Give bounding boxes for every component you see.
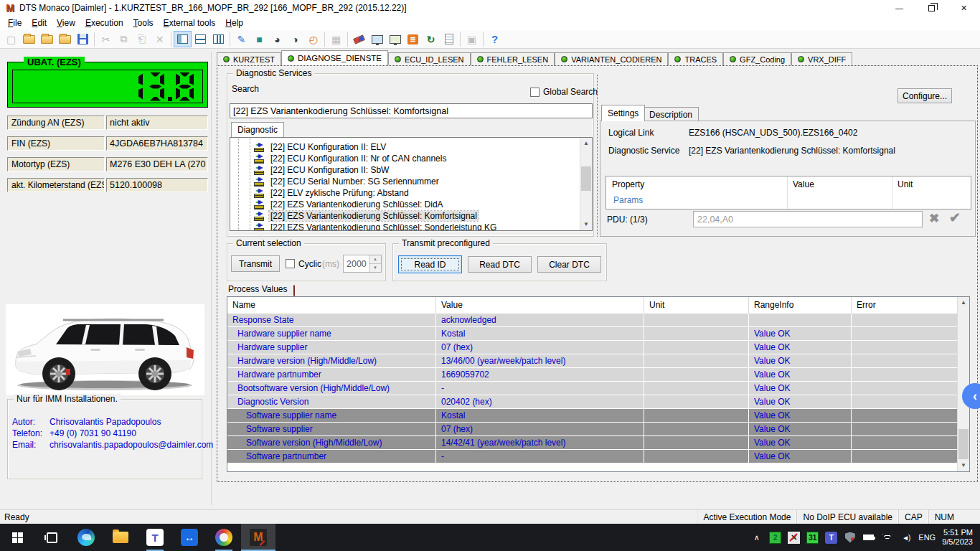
menu-execution[interactable]: Execution [80, 17, 128, 29]
params-row[interactable]: Params [613, 195, 643, 205]
copy-icon[interactable]: ⧉ [115, 31, 133, 47]
tree-item[interactable]: [22] ECU Konfiguration II: SbW [253, 164, 390, 176]
unit-column-header[interactable]: Unit [892, 176, 971, 192]
scroll-down-icon[interactable]: ▼ [958, 460, 969, 471]
tab-varianten-codieren[interactable]: VARIANTEN_CODIEREN [555, 52, 668, 65]
start-button[interactable] [0, 524, 34, 551]
taskbar-teamviewer[interactable]: ↔ [172, 524, 207, 551]
global-search-checkbox[interactable] [530, 88, 540, 97]
tab-settings[interactable]: Settings [601, 105, 645, 121]
help-icon[interactable]: ? [486, 31, 504, 47]
close-button[interactable]: ✕ [948, 0, 980, 16]
clear-dtc-button[interactable]: Clear DTC [537, 256, 601, 273]
error-column-header[interactable]: Error [852, 297, 958, 314]
gauge-dark-icon[interactable]: ◕ [268, 31, 286, 47]
refresh-icon[interactable]: ↻ [422, 31, 440, 47]
menu-external-tools[interactable]: External tools [159, 17, 221, 29]
tab-fehler-lesen[interactable]: FEHLER_LESEN [471, 52, 555, 65]
defender-shield-icon[interactable] [844, 532, 856, 544]
layout-left-pane-icon[interactable] [174, 31, 192, 47]
spin-up-icon[interactable]: ▲ [369, 255, 381, 264]
diagnostic-services-tree[interactable]: [22] ECU Konfiguration II: ELV [22] ECU … [230, 137, 593, 231]
taskbar-edge[interactable] [69, 524, 103, 551]
tab-kurztest[interactable]: KURZTEST [217, 52, 281, 65]
tree-scrollbar[interactable]: ▲ ▼ [580, 138, 592, 230]
tree-item[interactable]: [22] ECU Konfiguration II: Nr of CAN cha… [253, 153, 448, 164]
cut-icon[interactable]: ✂ [97, 31, 115, 47]
scrollbar-thumb[interactable] [581, 166, 591, 191]
scroll-down-icon[interactable]: ▼ [580, 219, 592, 230]
table-row-selected[interactable]: Software supplier nameKostalValue OK [227, 409, 958, 423]
tree-item-selected[interactable]: [22] EZS Variantenkodierung Schlüssel: K… [253, 210, 479, 222]
tree-item[interactable]: [22] ECU Serial Number: SG Seriennummer [253, 176, 440, 187]
table-row[interactable]: Bootsoftware version (High/Middle/Low)-V… [227, 382, 958, 395]
table-row[interactable]: Hardware supplier07 (hex)Value OK [227, 341, 958, 354]
taskbar-teams[interactable]: T [138, 524, 172, 551]
tab-diagnose-dienste[interactable]: DIAGNOSE_DIENSTE [281, 50, 388, 65]
unit-column-header[interactable]: Unit [644, 297, 749, 314]
table-row-selected[interactable]: Software partnumber-Value OK [227, 450, 958, 463]
table-row[interactable]: Hardware version (High/Middle/Low)13/46/… [227, 354, 958, 368]
pdu-input[interactable] [693, 211, 923, 227]
edit-workspace-icon[interactable]: ✎ [232, 31, 250, 47]
save-icon[interactable] [74, 31, 92, 47]
scroll-up-icon[interactable]: ▲ [580, 138, 592, 149]
table-row[interactable]: Diagnostic Version020402 (hex)Value OK [227, 395, 958, 409]
transmit-button[interactable]: Transmit [231, 255, 280, 272]
cyclic-checkbox[interactable] [286, 259, 295, 268]
paste-icon[interactable]: ⎗ [133, 31, 151, 47]
no-connection-icon[interactable]: ✕ [788, 532, 800, 544]
clear-process-values-icon[interactable] [293, 286, 295, 296]
scroll-up-icon[interactable]: ▲ [958, 297, 969, 309]
gauge-light-icon[interactable]: ◑ [286, 31, 304, 47]
dts-tray-icon[interactable]: 2 [769, 532, 781, 544]
delete-icon[interactable]: ✕ [151, 31, 169, 47]
menu-file[interactable]: File [3, 17, 27, 29]
pdu-confirm-icon[interactable]: ✔ [949, 209, 961, 226]
name-column-header[interactable]: Name [227, 297, 436, 314]
read-id-button[interactable]: Read ID [398, 255, 462, 273]
calendar-day-icon[interactable]: 31 [806, 532, 819, 544]
new-file-icon[interactable]: ▢ [2, 31, 20, 47]
chart-icon[interactable]: ▦ [327, 31, 345, 47]
teams-tray-icon[interactable]: T [825, 532, 837, 544]
eraser-icon[interactable] [350, 31, 368, 47]
menu-tools[interactable]: Tools [128, 17, 159, 29]
table-row[interactable]: Hardware supplier nameKostalValue OK [227, 327, 958, 341]
open-project-icon[interactable] [56, 31, 74, 47]
tree-item[interactable]: [22] ELV zyklische Prüfung: Abstand [253, 187, 410, 199]
table-row[interactable]: Response Stateacknowledged [227, 314, 958, 327]
menu-view[interactable]: View [52, 17, 80, 29]
cycle-interval-value[interactable]: 2000 [344, 255, 369, 272]
read-dtc-button[interactable]: Read DTC [468, 256, 532, 273]
value-column-header[interactable]: Value [436, 297, 644, 314]
table-row-selected[interactable]: Software supplier07 (hex)Value OK [227, 423, 958, 436]
menu-edit[interactable]: Edit [27, 17, 52, 29]
tab-ecu-id-lesen[interactable]: ECU_ID_LESEN [388, 52, 471, 65]
layout-rows-icon[interactable] [192, 31, 209, 47]
tree-item[interactable]: [22] ECU Konfiguration II: ELV [253, 141, 387, 153]
diagnostic-tree-tab[interactable]: Diagnostic [231, 122, 284, 137]
wifi-icon[interactable] [881, 532, 893, 544]
menu-help[interactable]: Help [220, 17, 248, 29]
tree-item[interactable]: [22] EZS Variantenkodierung Schlüssel: S… [253, 222, 498, 231]
tree-item[interactable]: [22] EZS Variantenkodierung Schlüssel: D… [253, 199, 445, 210]
report-icon[interactable] [440, 31, 458, 47]
tab-traces[interactable]: TRACES [668, 52, 723, 65]
table-row[interactable]: Hardware partnumber1669059702Value OK [227, 368, 958, 382]
scrollbar-thumb[interactable] [958, 429, 969, 459]
taskbar-file-explorer[interactable] [103, 524, 138, 551]
table-row-selected[interactable]: Software version (High/Middle/Low)14/42/… [227, 436, 958, 450]
ok-dialog-icon[interactable]: ▣ [463, 31, 481, 47]
value-column-header[interactable]: Value [787, 176, 892, 192]
taskbar-clock[interactable]: 5:51 PM 9/5/2023 [942, 528, 973, 547]
ecu-monitor-icon[interactable] [368, 31, 386, 47]
property-column-header[interactable]: Property [606, 176, 787, 192]
hidden-icons-chevron-icon[interactable]: ∧ [750, 532, 763, 544]
language-indicator[interactable]: ENG [918, 533, 936, 542]
layout-columns-icon[interactable] [209, 31, 227, 47]
taskbar-dts-monaco[interactable]: M [241, 524, 275, 551]
spin-down-icon[interactable]: ▼ [369, 264, 381, 272]
open-file-icon[interactable] [20, 31, 38, 47]
rangeinfo-column-header[interactable]: RangeInfo [749, 297, 852, 314]
